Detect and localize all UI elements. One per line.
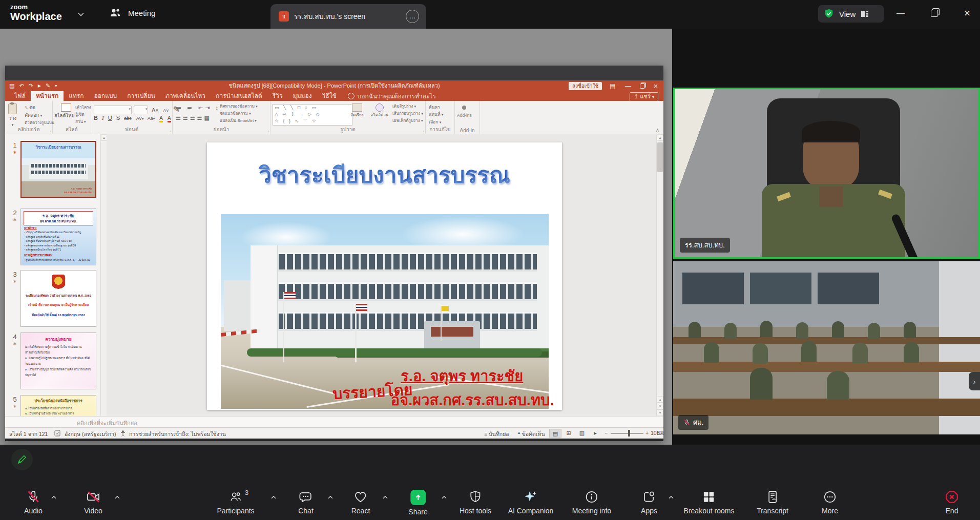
font-name-box[interactable]: ▾	[94, 106, 132, 114]
ppt-share-button[interactable]: ↥ แชร์ ▾	[630, 92, 658, 101]
tab-review[interactable]: รีวิว	[267, 91, 288, 101]
paste-button[interactable]: วาง▾	[8, 103, 17, 128]
comments-toggle[interactable]: ❝ ข้อคิดเห็น	[517, 430, 545, 439]
share-options-caret[interactable]	[441, 494, 448, 501]
ppt-minimize-button[interactable]: —	[621, 80, 635, 91]
clipboard-dialog-launcher[interactable]: ⌟	[49, 128, 51, 133]
tab-help[interactable]: วิธีใช้	[317, 91, 342, 101]
layout-button[interactable]: เค้าโครง	[75, 104, 91, 111]
breakout-rooms-button[interactable]: Breakout rooms	[684, 490, 735, 515]
window-restore-button[interactable]	[924, 5, 945, 22]
accessibility-status[interactable]: การช่วยสำหรับการเข้าถึง: ไม่พร้อมใช้งาน	[129, 430, 226, 439]
collapse-videos-chevron[interactable]: ›	[969, 372, 980, 390]
bold-button[interactable]: B	[94, 115, 98, 121]
apps-options-caret[interactable]	[668, 494, 675, 501]
ppt-restore-button[interactable]	[635, 80, 650, 91]
window-close-button[interactable]: ×	[957, 5, 977, 22]
slide-thumbnail-5[interactable]: ประโยชน์ของหนังสือราชการ ๑. เป็นเครื่องม…	[20, 395, 96, 416]
section-button[interactable]: ส่วน ▾	[75, 118, 91, 126]
language-indicator[interactable]: อังกฤษ (สหรัฐอเมริกา)	[65, 430, 116, 439]
tab-design[interactable]: ออกแบบ	[89, 91, 122, 101]
tab-slideshow[interactable]: การนำเสนอสไลด์	[211, 91, 267, 101]
video-tile-primary[interactable]: รร.สบ.สบ.ทบ.	[673, 88, 980, 259]
cut-button[interactable]: ✎ ตัด	[25, 104, 54, 112]
collapse-ribbon-button[interactable]: ∧	[656, 127, 659, 133]
video-button[interactable]: Video	[84, 490, 102, 515]
font-color-button[interactable]: A	[168, 115, 171, 122]
zoom-in-button[interactable]: +	[645, 430, 649, 436]
fit-to-window-button[interactable]: ⊡	[657, 429, 662, 436]
font-size-box[interactable]: ▾	[134, 106, 148, 114]
scrollbar-thumb[interactable]	[657, 142, 663, 172]
chat-options-caret[interactable]	[327, 494, 334, 501]
highlight-button[interactable]: A	[159, 115, 163, 122]
tab-meeting[interactable]: Meeting	[109, 6, 155, 19]
annotate-button[interactable]	[11, 449, 33, 470]
alignment-buttons[interactable]: ☰☰☰☰▦	[176, 115, 212, 121]
window-minimize-button[interactable]: —	[890, 5, 911, 22]
tell-me-label[interactable]: บอกฉันว่าคุณต้องการทำอะไร	[358, 92, 436, 101]
view-button[interactable]: View	[818, 5, 884, 23]
audio-options-caret[interactable]	[50, 494, 57, 501]
apps-button[interactable]: Apps	[641, 490, 657, 515]
reset-button[interactable]: รีเซ็ต	[75, 111, 91, 118]
slideshow-view-button[interactable]: ▸	[589, 429, 601, 438]
more-button[interactable]: More	[822, 490, 838, 515]
tab-insert[interactable]: แทรก	[64, 91, 89, 101]
transcript-button[interactable]: Transcript	[757, 490, 788, 515]
clear-strike-button[interactable]: abc	[124, 116, 132, 121]
tab-animations[interactable]: ภาพเคลื่อนไหว	[160, 91, 211, 101]
shapes-gallery[interactable]: ▭ ╲ ╲ □ ○ ▭△ ⇨ ⇩ → ▷ ◇☆ { } ∿ ⌒ ☆	[273, 104, 352, 126]
proofing-icon[interactable]	[54, 430, 60, 436]
react-button[interactable]: React	[351, 490, 370, 515]
slide-thumbnail-4[interactable]: ความมุ่งหมาย ๑. เพื่อให้เกิดความรู้ความเ…	[20, 332, 96, 389]
host-tools-button[interactable]: Host tools	[460, 490, 491, 515]
slide-sorter-view-button[interactable]: ⊞	[562, 429, 575, 438]
grow-font-button[interactable]: A˄	[152, 107, 159, 113]
tab-shared-screen[interactable]: ร รร.สบ.สบ.ทบ.'s screen …	[270, 4, 426, 29]
paragraph-dialog-launcher[interactable]: ⌟	[267, 128, 269, 133]
notes-toggle[interactable]: ≡ บันทึกย่อ	[484, 430, 509, 439]
slide-area-scrollbar[interactable]: ▴ ▴ ▾ ▾	[656, 134, 663, 416]
slide-thumbnail-1[interactable]: วิชาระเบียบงานสารบรรณ ร.อ. จตุพร ทาระชัย…	[20, 141, 96, 198]
arrange-button[interactable]: จัดเรียง	[350, 103, 364, 118]
react-options-caret[interactable]	[382, 494, 389, 501]
tab-transitions[interactable]: การเปลี่ยน	[122, 91, 160, 101]
text-direction-button[interactable]: ทิศทางของข้อความ ▾	[220, 103, 258, 110]
video-tile-secondary[interactable]: ศม.	[673, 261, 980, 434]
find-button[interactable]: ค้นหา	[429, 103, 443, 111]
shrink-font-button[interactable]: A˅	[163, 108, 169, 113]
end-meeting-button[interactable]: End	[945, 490, 959, 515]
zoom-out-button[interactable]: −	[604, 430, 608, 436]
current-slide[interactable]: วิชาระเบียบงานสารบรรณ	[207, 142, 562, 410]
ai-companion-button[interactable]: AI Companion	[508, 490, 554, 515]
zoom-slider-track[interactable]	[611, 433, 643, 434]
tab-file[interactable]: ไฟล์	[9, 91, 31, 101]
video-options-caret[interactable]	[114, 494, 121, 501]
normal-view-button[interactable]: ▤	[549, 429, 561, 438]
align-text-button[interactable]: จัดแนวข้อความ ▾	[220, 110, 258, 117]
slide-thumbnail-3[interactable]: ระเบียบกองทัพบก ว่าด้วยงานสารบรรณ พ.ศ. 2…	[20, 270, 96, 327]
shape-outline-button[interactable]: เส้นกรอบรูปร่าง ▾	[392, 110, 423, 117]
tab-view[interactable]: มุมมอง	[288, 91, 317, 101]
ppt-close-button[interactable]: ×	[649, 80, 663, 91]
chat-button[interactable]: Chat	[298, 490, 314, 515]
font-dialog-launcher[interactable]: ⌟	[169, 128, 171, 133]
thumbnail-panel-scrollbar[interactable]: ▴	[100, 134, 107, 416]
addins-button[interactable]: Add-ins	[457, 103, 472, 118]
list-indent-buttons[interactable]: ≔ ≕ ⇤⇥ ↕	[176, 105, 220, 111]
underline-button[interactable]: U	[108, 115, 112, 121]
reading-view-button[interactable]: ▥	[576, 429, 588, 438]
italic-button[interactable]: I	[102, 115, 104, 121]
tab-options-button[interactable]: …	[406, 10, 419, 23]
tab-home[interactable]: หน้าแรก	[31, 91, 64, 101]
workspace-chevron-down-icon[interactable]	[77, 10, 85, 18]
quick-styles-button[interactable]: สไตล์ด่วน	[371, 103, 388, 118]
shape-effects-button[interactable]: เอฟเฟ็กต์รูปร่าง ▾	[392, 117, 423, 124]
slide-thumbnail-2[interactable]: ร.อ. จตุพร ทาระชัย อจ.ผวส.กศ.รร.สบ.สบ.ทบ…	[20, 209, 96, 265]
participants-options-caret[interactable]	[270, 494, 277, 501]
audio-button[interactable]: Audio	[24, 490, 43, 515]
char-spacing-button[interactable]: AV▾	[136, 116, 144, 121]
share-button[interactable]: Share	[408, 490, 427, 516]
select-button[interactable]: เลือก ▾	[429, 118, 443, 126]
